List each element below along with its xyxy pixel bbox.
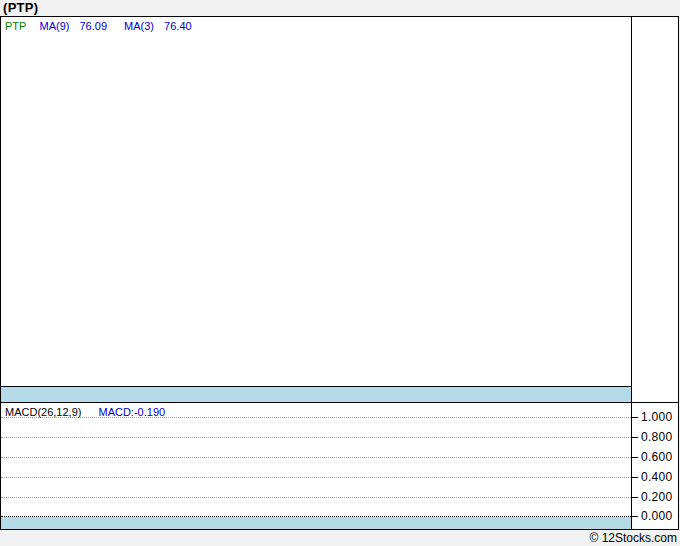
- macd-axis-tick: [631, 497, 638, 498]
- macd-gridline: [1, 497, 631, 498]
- ma9-label: MA(9): [39, 20, 69, 32]
- macd-axis-tick: [631, 417, 638, 418]
- macd-axis-tick: [631, 437, 638, 438]
- macd-axis-top-border: [631, 402, 678, 403]
- macd-axis-tick: [631, 457, 638, 458]
- macd-gridline: [1, 477, 631, 478]
- price-panel: PTP MA(9) 76.09 MA(3) 76.40: [1, 17, 632, 387]
- macd-axis-tick-label: 0.400: [641, 470, 673, 484]
- macd-axis-tick-label: 1.000: [641, 410, 673, 424]
- macd-legend: MACD(26,12,9) MACD:-0.190: [5, 406, 165, 418]
- macd-value: MACD:-0.190: [98, 406, 165, 418]
- copyright-text: © 12Stocks.com: [589, 531, 677, 545]
- macd-axis-tick-label: 0.000: [641, 509, 673, 523]
- symbol-label: PTP: [5, 20, 26, 32]
- bottom-band: [1, 517, 632, 529]
- ma3-value: 76.40: [164, 20, 192, 32]
- macd-axis-tick-label: 0.200: [641, 490, 673, 504]
- page-title: (PTP): [3, 0, 38, 15]
- ma9-value: 76.09: [79, 20, 107, 32]
- price-legend: PTP MA(9) 76.09 MA(3) 76.40: [5, 20, 206, 32]
- macd-axis-tick: [631, 477, 638, 478]
- macd-axis-tick: [631, 516, 638, 517]
- macd-axis-tick-label: 0.800: [641, 430, 673, 444]
- panel-separator-band: [1, 387, 632, 403]
- chart-container: PTP MA(9) 76.09 MA(3) 76.40 MACD(26,12,9…: [0, 16, 679, 530]
- ma3-label: MA(3): [124, 20, 154, 32]
- macd-label: MACD(26,12,9): [5, 406, 81, 418]
- macd-gridline: [1, 457, 631, 458]
- macd-gridline: [1, 437, 631, 438]
- macd-panel: MACD(26,12,9) MACD:-0.190: [1, 403, 632, 517]
- footer: © 12Stocks.com: [0, 530, 680, 546]
- macd-axis-tick-label: 0.600: [641, 450, 673, 464]
